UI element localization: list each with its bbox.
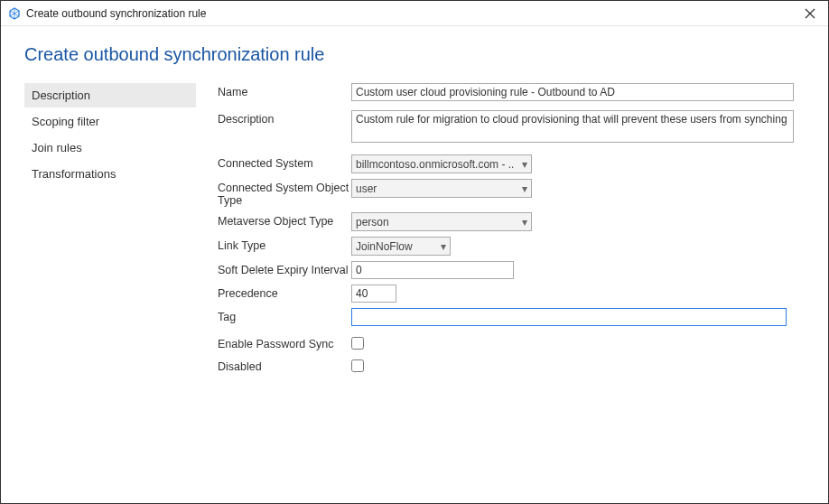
- close-button[interactable]: [799, 3, 821, 24]
- row-connected-system: Connected System billmcontoso.onmicrosof…: [218, 154, 805, 173]
- row-name: Name: [218, 83, 805, 101]
- sidebar-item-label: Scoping filter: [32, 115, 99, 128]
- cs-object-type-dropdown[interactable]: user ▾: [351, 179, 532, 198]
- dropdown-value: user: [356, 182, 377, 195]
- row-precedence: Precedence: [218, 285, 805, 303]
- precedence-input[interactable]: [351, 285, 396, 303]
- app-icon: [8, 7, 21, 20]
- link-type-dropdown[interactable]: JoinNoFlow ▾: [351, 237, 451, 256]
- soft-delete-input[interactable]: [351, 261, 514, 279]
- description-input[interactable]: Custom rule for migration to cloud provi…: [351, 110, 794, 143]
- row-tag: Tag: [218, 308, 805, 326]
- close-icon: [805, 8, 815, 19]
- chevron-down-icon: ▾: [433, 240, 446, 253]
- row-cs-object-type: Connected System Object Type user ▾: [218, 179, 805, 207]
- sidebar-item-label: Transformations: [32, 167, 116, 181]
- sidebar: Description Scoping filter Join rules Tr…: [24, 83, 196, 380]
- content-area: Create outbound synchronization rule Des…: [1, 26, 828, 398]
- chevron-down-icon: ▾: [515, 216, 527, 229]
- dropdown-value: JoinNoFlow: [356, 240, 413, 253]
- name-input[interactable]: [351, 83, 794, 101]
- sidebar-item-label: Description: [32, 89, 90, 102]
- sidebar-item-transformations[interactable]: Transformations: [24, 162, 196, 186]
- page-title: Create outbound synchronization rule: [24, 44, 805, 65]
- tag-label: Tag: [218, 308, 351, 323]
- sidebar-item-description[interactable]: Description: [24, 83, 196, 107]
- connected-system-label: Connected System: [218, 154, 351, 170]
- sidebar-item-label: Join rules: [32, 141, 82, 154]
- form-area: Name Description Custom rule for migrati…: [218, 83, 805, 380]
- soft-delete-label: Soft Delete Expiry Interval: [218, 261, 351, 276]
- row-soft-delete: Soft Delete Expiry Interval: [218, 261, 805, 279]
- tag-input[interactable]: [351, 308, 787, 326]
- cs-object-type-label: Connected System Object Type: [218, 179, 351, 207]
- disabled-label: Disabled: [218, 358, 351, 373]
- name-label: Name: [218, 83, 351, 98]
- chevron-down-icon: ▾: [515, 158, 527, 171]
- mv-object-type-label: Metaverse Object Type: [218, 212, 351, 228]
- window-title: Create outbound synchronization rule: [26, 7, 206, 20]
- precedence-label: Precedence: [218, 285, 351, 300]
- enable-pw-sync-checkbox[interactable]: [351, 337, 364, 350]
- row-mv-object-type: Metaverse Object Type person ▾: [218, 212, 805, 231]
- sidebar-item-join-rules[interactable]: Join rules: [24, 135, 196, 160]
- dropdown-value: billmcontoso.onmicrosoft.com - ..: [356, 158, 514, 171]
- link-type-label: Link Type: [218, 237, 351, 252]
- dropdown-value: person: [356, 216, 389, 229]
- disabled-checkbox[interactable]: [351, 359, 364, 372]
- layout: Description Scoping filter Join rules Tr…: [24, 83, 805, 380]
- titlebar: Create outbound synchronization rule: [1, 1, 828, 26]
- row-enable-pw-sync: Enable Password Sync: [218, 335, 805, 352]
- row-description: Description Custom rule for migration to…: [218, 110, 805, 145]
- connected-system-dropdown[interactable]: billmcontoso.onmicrosoft.com - .. ▾: [351, 154, 532, 173]
- sidebar-item-scoping-filter[interactable]: Scoping filter: [24, 109, 196, 134]
- row-disabled: Disabled: [218, 358, 805, 375]
- mv-object-type-dropdown[interactable]: person ▾: [351, 212, 532, 231]
- enable-pw-sync-label: Enable Password Sync: [218, 335, 351, 350]
- chevron-down-icon: ▾: [515, 182, 527, 195]
- row-link-type: Link Type JoinNoFlow ▾: [218, 237, 805, 256]
- description-label: Description: [218, 110, 351, 126]
